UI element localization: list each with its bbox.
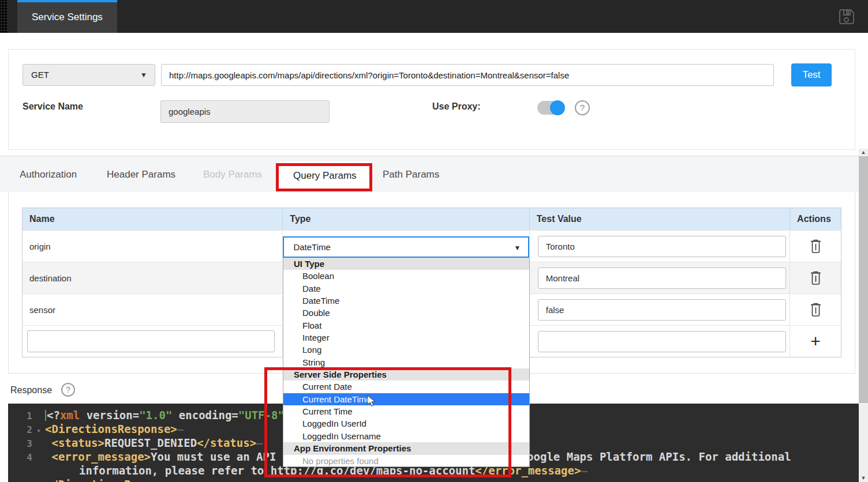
dropdown-option-highlighted[interactable]: Current DateTime [283, 393, 529, 405]
top-bar: Service Settings [0, 0, 868, 33]
column-header-actions: Actions [790, 208, 841, 230]
chevron-down-icon: ▼ [140, 65, 147, 85]
service-settings-page: Service Settings GET ▼ Test Service Name… [0, 0, 868, 482]
dropdown-option[interactable]: LoggedIn Username [283, 430, 529, 442]
proxy-help-icon[interactable]: ? [575, 100, 590, 115]
use-proxy-label: Use Proxy: [432, 101, 481, 112]
scroll-up-icon[interactable]: ▲ [859, 149, 868, 156]
service-name-input[interactable] [160, 100, 330, 123]
dropdown-option[interactable]: Date [283, 283, 529, 295]
code-line: </DirectionsResponse> [8, 477, 859, 482]
sidebar-handle[interactable] [0, 0, 8, 33]
dropdown-group-header: UI Type [283, 258, 529, 270]
dropdown-option[interactable]: Current Time [283, 405, 529, 417]
new-param-name-input[interactable] [27, 330, 275, 352]
tab-service-settings[interactable]: Service Settings [17, 0, 117, 33]
dropdown-option[interactable]: Long [283, 344, 529, 356]
add-icon[interactable]: + [810, 333, 821, 350]
params-tab-bar: Authorization Header Params Body Params … [0, 156, 868, 192]
http-method-select[interactable]: GET ▼ [23, 64, 155, 86]
test-value-input[interactable] [538, 299, 786, 321]
table-row: origin DateTime ▼ [23, 230, 841, 262]
url-input[interactable] [161, 64, 774, 86]
dropdown-group-header: App Environment Properties [283, 442, 529, 454]
proxy-toggle[interactable] [537, 100, 565, 115]
dropdown-option[interactable]: Current Date [283, 381, 529, 393]
dropdown-option[interactable]: Double [283, 307, 529, 319]
http-method-value: GET [31, 70, 49, 80]
table-header-row: Name Type Test Value Actions [23, 208, 841, 230]
scroll-down-icon[interactable]: ▼ [859, 475, 868, 482]
type-dropdown-list: UI Type Boolean Date DateTime Double Flo… [283, 258, 530, 467]
column-header-type: Type [283, 208, 529, 230]
type-select[interactable]: DateTime ▼ [283, 236, 529, 258]
request-form-panel: GET ▼ Test Service Name Use Proxy: ? [8, 49, 855, 150]
dropdown-option[interactable]: LoggedIn UserId [283, 417, 529, 430]
service-name-label: Service Name [23, 101, 83, 112]
dropdown-option[interactable]: DateTime [283, 295, 529, 307]
tab-body-params[interactable]: Body Params [203, 156, 262, 193]
param-name: origin [23, 231, 283, 262]
chevron-down-icon: ▼ [514, 238, 521, 258]
new-test-value-input[interactable] [538, 331, 786, 352]
tab-path-params[interactable]: Path Params [383, 156, 439, 193]
response-help-icon[interactable]: ? [61, 383, 75, 397]
test-button[interactable]: Test [791, 63, 832, 86]
tab-authorization[interactable]: Authorization [20, 156, 77, 193]
response-label: Response [10, 385, 52, 396]
dropdown-option[interactable]: Float [283, 319, 529, 332]
scrollbar-thumb[interactable] [859, 156, 868, 403]
tab-header-params[interactable]: Header Params [107, 156, 175, 193]
delete-icon[interactable] [810, 239, 821, 254]
dropdown-option[interactable]: Integer [283, 332, 529, 344]
param-name: destination [23, 262, 283, 293]
dropdown-empty-text: No properties found [283, 455, 529, 467]
text-caret [45, 410, 46, 421]
tab-query-params[interactable]: Query Params [279, 161, 371, 193]
save-icon[interactable] [837, 7, 858, 28]
toggle-thumb [550, 100, 565, 115]
dropdown-option[interactable]: Boolean [283, 270, 529, 282]
test-value-input[interactable] [538, 236, 786, 257]
delete-icon[interactable] [810, 303, 821, 317]
param-name: sensor [23, 294, 283, 325]
column-header-name: Name [23, 208, 283, 230]
vertical-scrollbar[interactable]: ▲ ▼ [859, 149, 868, 482]
dropdown-option[interactable]: String [283, 356, 529, 368]
column-header-test-value: Test Value [530, 208, 790, 230]
dropdown-group-header: Server Side Properties [283, 368, 529, 381]
delete-icon[interactable] [810, 271, 821, 285]
type-select-value: DateTime [293, 242, 330, 252]
test-value-input[interactable] [538, 268, 786, 289]
